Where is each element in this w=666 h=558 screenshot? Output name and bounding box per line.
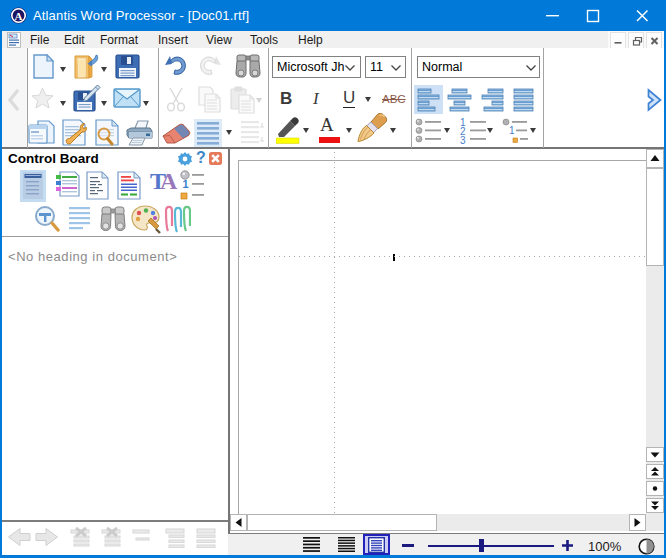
svg-text:1: 1 — [509, 125, 515, 136]
svg-text:3: 3 — [460, 135, 466, 146]
svg-text:1: 1 — [183, 178, 189, 190]
svg-text:A: A — [15, 10, 23, 22]
